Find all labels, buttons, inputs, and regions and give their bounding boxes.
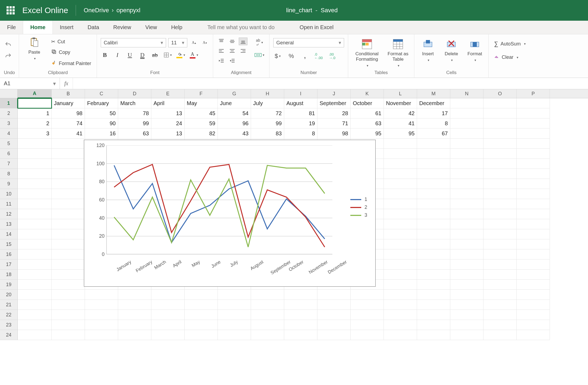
cell-G20[interactable]	[218, 290, 251, 300]
breadcrumb-root[interactable]: OneDrive	[84, 7, 109, 14]
cell-O22[interactable]	[483, 310, 517, 320]
cell-D1[interactable]: March	[118, 98, 151, 108]
shrink-font-button[interactable]: A▾	[200, 39, 209, 47]
row-header-6[interactable]: 6	[0, 149, 18, 159]
cell-A4[interactable]: 3	[18, 129, 52, 139]
cell-N18[interactable]	[450, 270, 483, 280]
cell-O4[interactable]	[483, 129, 517, 139]
cell-K23[interactable]	[351, 320, 384, 330]
cell-B6[interactable]	[52, 149, 85, 159]
cell-N13[interactable]	[450, 219, 483, 229]
column-header-N[interactable]: N	[450, 89, 483, 98]
cell-F4[interactable]: 82	[185, 129, 218, 139]
cell-O12[interactable]	[483, 209, 517, 219]
cell-B11[interactable]	[52, 199, 85, 209]
cell-B20[interactable]	[52, 290, 85, 300]
cell-P19[interactable]	[517, 280, 550, 290]
cell-K2[interactable]: 61	[351, 108, 384, 118]
cell-N15[interactable]	[450, 239, 483, 249]
cell-O16[interactable]	[483, 249, 517, 259]
cell-B23[interactable]	[52, 320, 85, 330]
cell-K21[interactable]	[351, 300, 384, 310]
cell-M2[interactable]: 17	[417, 108, 450, 118]
cell-J4[interactable]: 98	[317, 129, 351, 139]
cell-A8[interactable]	[18, 169, 52, 179]
breadcrumb-folder[interactable]: openpyxl	[117, 7, 140, 14]
cell-P16[interactable]	[517, 249, 550, 259]
cell-E23[interactable]	[151, 320, 185, 330]
select-all-corner[interactable]	[0, 89, 18, 98]
cell-F23[interactable]	[185, 320, 218, 330]
cell-L14[interactable]	[384, 229, 417, 239]
align-bottom-button[interactable]	[239, 38, 247, 45]
cell-O20[interactable]	[483, 290, 517, 300]
cell-G4[interactable]: 43	[218, 129, 251, 139]
cell-M22[interactable]	[417, 310, 450, 320]
format-painter-button[interactable]: Format Painter	[50, 59, 93, 68]
cell-H4[interactable]: 83	[251, 129, 284, 139]
cell-P11[interactable]	[517, 199, 550, 209]
row-header-13[interactable]: 13	[0, 219, 18, 229]
cell-B10[interactable]	[52, 189, 85, 199]
column-header-H[interactable]: H	[251, 89, 284, 98]
row-header-9[interactable]: 9	[0, 179, 18, 189]
cell-N3[interactable]	[450, 118, 483, 129]
cell-N20[interactable]	[450, 290, 483, 300]
cell-A6[interactable]	[18, 149, 52, 159]
cell-P5[interactable]	[517, 139, 550, 149]
cell-G3[interactable]: 96	[218, 118, 251, 129]
cell-D2[interactable]: 78	[118, 108, 151, 118]
cell-P12[interactable]	[517, 209, 550, 219]
strikethrough-button[interactable]: ab	[151, 51, 159, 59]
cell-L17[interactable]	[384, 259, 417, 270]
cell-E4[interactable]: 13	[151, 129, 185, 139]
cell-A24[interactable]	[18, 330, 52, 340]
cell-I1[interactable]: August	[284, 98, 317, 108]
cell-O15[interactable]	[483, 239, 517, 249]
cell-O3[interactable]	[483, 118, 517, 129]
cell-N5[interactable]	[450, 139, 483, 149]
cell-H24[interactable]	[251, 330, 284, 340]
row-header-19[interactable]: 19	[0, 280, 18, 290]
cell-L9[interactable]	[384, 179, 417, 189]
cell-J22[interactable]	[317, 310, 351, 320]
row-header-7[interactable]: 7	[0, 159, 18, 169]
chart-object[interactable]: 020406080100120 JanuaryFebruaryMarchApri…	[84, 140, 376, 287]
cell-P6[interactable]	[517, 149, 550, 159]
cell-M4[interactable]: 67	[417, 129, 450, 139]
font-name-select[interactable]: Calibri▾	[101, 38, 166, 47]
cell-B4[interactable]: 41	[52, 129, 85, 139]
cell-N21[interactable]	[450, 300, 483, 310]
comma-style-button[interactable]: ,	[301, 52, 309, 60]
cell-O9[interactable]	[483, 179, 517, 189]
cell-J3[interactable]: 71	[317, 118, 351, 129]
cell-D4[interactable]: 63	[118, 129, 151, 139]
cell-H22[interactable]	[251, 310, 284, 320]
cell-J21[interactable]	[317, 300, 351, 310]
format-as-table-button[interactable]: Format as Table	[386, 38, 410, 68]
cell-B9[interactable]	[52, 179, 85, 189]
cell-E22[interactable]	[151, 310, 185, 320]
cell-L12[interactable]	[384, 209, 417, 219]
column-header-I[interactable]: I	[284, 89, 317, 98]
cell-O1[interactable]	[483, 98, 517, 108]
font-size-select[interactable]: 11▾	[168, 38, 187, 47]
column-header-E[interactable]: E	[151, 89, 185, 98]
cell-O24[interactable]	[483, 330, 517, 340]
tell-me-search[interactable]: Tell me what you want to do	[200, 21, 282, 34]
cell-B14[interactable]	[52, 229, 85, 239]
cell-O2[interactable]	[483, 108, 517, 118]
cell-A22[interactable]	[18, 310, 52, 320]
row-header-4[interactable]: 4	[0, 129, 18, 139]
increase-decimal-button[interactable]: .0←.00	[314, 52, 323, 60]
cell-L20[interactable]	[384, 290, 417, 300]
cell-D23[interactable]	[118, 320, 151, 330]
cell-O10[interactable]	[483, 189, 517, 199]
column-header-K[interactable]: K	[351, 89, 384, 98]
cell-N4[interactable]	[450, 129, 483, 139]
menu-help[interactable]: Help	[164, 21, 189, 34]
cell-J24[interactable]	[317, 330, 351, 340]
align-top-button[interactable]	[217, 38, 226, 45]
cell-J2[interactable]: 28	[317, 108, 351, 118]
cell-C3[interactable]: 90	[85, 118, 118, 129]
